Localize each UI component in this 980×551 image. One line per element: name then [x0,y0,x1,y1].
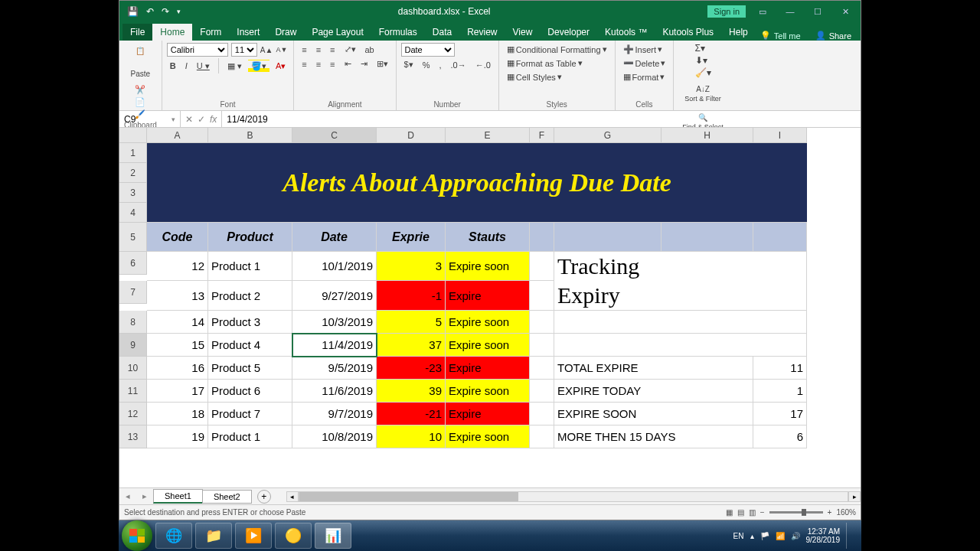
sheet-tab-2[interactable]: Sheet2 [202,490,252,504]
cell[interactable]: 11/4/2019 [292,334,377,357]
cell[interactable]: 11 [119,380,147,403]
cell[interactable] [554,334,807,357]
increase-decimal-icon[interactable]: .0→ [447,59,469,71]
cell[interactable]: 15 [147,334,208,357]
tell-me[interactable]: 💡 Tell me [760,31,801,41]
align-middle-icon[interactable]: ≡ [313,44,324,56]
underline-button[interactable]: U ▾ [194,60,213,73]
bold-button[interactable]: B [167,60,179,72]
cell[interactable]: Expire soon [446,425,530,448]
autosum-icon[interactable]: Σ▾ [695,43,711,54]
cell[interactable]: -21 [377,403,446,425]
cell[interactable]: 9/5/2019 [292,357,377,380]
tab-data[interactable]: Data [425,24,459,41]
table-header-code[interactable]: Code [147,223,208,252]
summary-value[interactable]: 17 [753,403,807,425]
hscroll-left[interactable]: ◂ [286,491,299,502]
increase-indent-icon[interactable]: ⇥ [358,57,371,70]
tab-draw[interactable]: Draw [267,24,304,41]
tab-developer[interactable]: Developer [540,24,597,41]
add-sheet-button[interactable]: + [257,490,271,504]
tab-page-layout[interactable]: Page Layout [304,24,371,41]
cell[interactable]: Product 4 [208,334,292,357]
cell[interactable] [554,223,662,252]
zoom-out-icon[interactable]: − [760,508,765,517]
tracking-title-2[interactable]: Expiry [554,281,807,311]
cell[interactable] [554,311,807,334]
summary-value[interactable]: 6 [753,425,807,448]
cell[interactable]: Expire soon [446,252,530,281]
cell[interactable]: Expire soon [446,334,530,357]
hscroll-thumb[interactable] [299,492,519,501]
delete-cells-button[interactable]: ➖ Delete ▾ [620,57,669,70]
cell[interactable]: 8 [119,311,147,334]
table-header-expire[interactable]: Exprie [377,223,446,252]
cell[interactable]: 12 [147,252,208,281]
tab-file[interactable]: File [122,24,152,41]
minimize-icon[interactable]: — [779,4,801,19]
sheet-nav-prev[interactable]: ◂ [119,491,136,501]
cell[interactable] [530,357,554,380]
cell[interactable]: 37 [377,334,446,357]
summary-label[interactable]: EXPIRE SOON [554,403,753,425]
tab-kutools-plus[interactable]: Kutools Plus [655,24,721,41]
cell[interactable]: 10/1/2019 [292,252,377,281]
sheet-nav-next[interactable]: ▸ [136,491,153,501]
table-header-status[interactable]: Stauts [446,223,530,252]
border-button[interactable]: ▦ ▾ [224,60,245,73]
cell[interactable]: 14 [147,311,208,334]
col-header-D[interactable]: D [377,128,446,143]
cell[interactable]: Product 6 [208,380,292,403]
cell-styles-button[interactable]: ▦ Cell Styles ▾ [504,70,610,83]
start-button[interactable] [122,520,152,551]
cell[interactable]: 17 [147,380,208,403]
col-header-I[interactable]: I [753,128,807,143]
tab-view[interactable]: View [505,24,541,41]
cell[interactable] [530,334,554,357]
italic-button[interactable]: I [182,60,191,72]
accounting-icon[interactable]: $▾ [401,58,416,71]
format-cells-button[interactable]: ▦ Format ▾ [620,70,669,83]
view-layout-icon[interactable]: ▤ [737,508,744,517]
comma-icon[interactable]: , [436,59,444,71]
cell[interactable]: 7 [119,281,147,304]
align-top-icon[interactable]: ≡ [299,44,309,56]
table-header-date[interactable]: Date [292,223,377,252]
fill-color-button[interactable]: 🪣▾ [248,60,270,73]
merge-center-icon[interactable]: ⊞▾ [374,57,391,70]
align-center-icon[interactable]: ≡ [313,58,324,70]
tab-review[interactable]: Review [459,24,505,41]
taskbar-explorer-icon[interactable]: 📁 [195,523,232,549]
hscroll-track[interactable] [299,491,848,502]
col-header-B[interactable]: B [208,128,292,143]
col-header-H[interactable]: H [662,128,753,143]
cell[interactable]: 1 [119,143,147,163]
insert-cells-button[interactable]: ➕ Insert ▾ [620,43,669,56]
cell[interactable] [530,380,554,403]
cell[interactable] [530,425,554,448]
summary-value[interactable]: 11 [753,357,807,380]
cell[interactable]: 11/6/2019 [292,380,377,403]
table-header-product[interactable]: Product [208,223,292,252]
cell[interactable]: Expire [446,357,530,380]
tab-form[interactable]: Form [192,24,229,41]
tab-home[interactable]: Home [152,24,192,41]
sheet-tab-1[interactable]: Sheet1 [153,489,203,504]
number-format-select[interactable]: Date [401,43,455,57]
taskbar-ie-icon[interactable]: 🌐 [155,523,192,549]
zoom-in-icon[interactable]: + [828,508,832,517]
summary-label[interactable]: EXPIRE TODAY [554,380,753,403]
cell[interactable]: 9/7/2019 [292,403,377,425]
cell[interactable]: 5 [119,223,147,252]
wrap-text-icon[interactable]: ab [362,44,377,56]
cell[interactable]: Product 2 [208,281,292,311]
align-bottom-icon[interactable]: ≡ [327,44,338,56]
maximize-icon[interactable]: ☐ [807,4,828,19]
cell[interactable]: Product 3 [208,311,292,334]
cell[interactable]: Product 1 [208,252,292,281]
paste-button[interactable]: 📋Paste [126,43,155,82]
cell[interactable] [119,128,147,143]
title-banner[interactable]: Alerts About Approaching Due Date [147,143,807,223]
tab-kutools[interactable]: Kutools ™ [597,24,655,41]
clear-icon[interactable]: 🧹▾ [695,67,711,78]
